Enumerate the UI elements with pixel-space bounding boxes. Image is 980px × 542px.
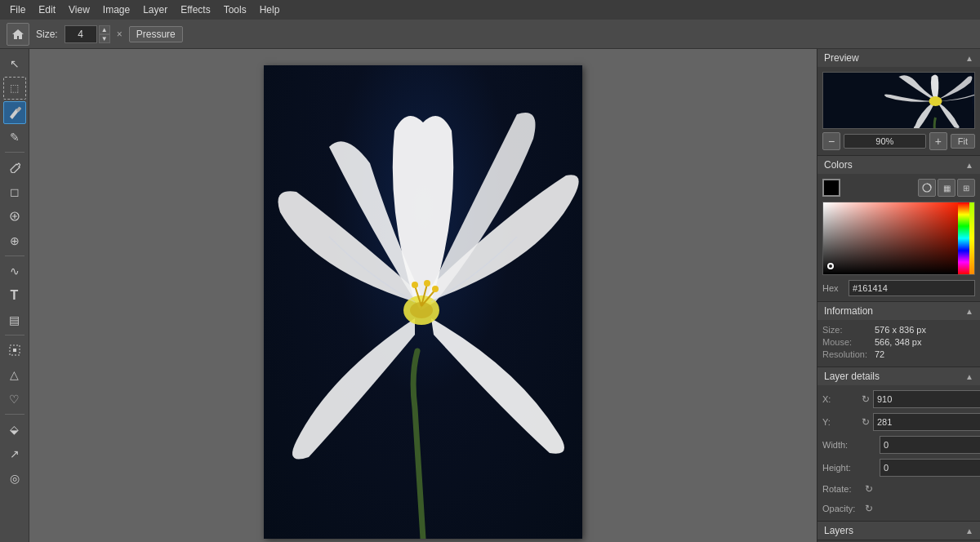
size-up-arrow[interactable]: ▲ — [99, 25, 110, 34]
svg-rect-3 — [13, 349, 16, 352]
mouse-info-value: 566, 348 px — [875, 337, 922, 347]
color-hue-bar[interactable] — [958, 202, 969, 274]
preview-header[interactable]: Preview ▲ — [817, 49, 980, 67]
y-row: Y: ↻ — [822, 413, 975, 431]
eraser-tool[interactable]: ◻ — [3, 180, 26, 203]
measure-tool[interactable]: ↗ — [3, 442, 26, 465]
hex-row: Hex — [822, 280, 975, 296]
information-title: Information — [824, 305, 873, 317]
rotate-label: Rotate: — [822, 484, 858, 494]
color-mode-circle[interactable] — [918, 179, 936, 197]
size-info-label: Size: — [822, 325, 871, 335]
hex-label: Hex — [822, 283, 845, 293]
menu-effects[interactable]: Effects — [174, 2, 216, 17]
color-gradient[interactable] — [823, 202, 958, 274]
height-input[interactable] — [880, 459, 980, 477]
zoom-controls: − 90% + Fit — [822, 132, 975, 150]
transform-tool[interactable] — [3, 339, 26, 362]
size-input[interactable] — [65, 25, 97, 43]
rotate-row: Rotate: ↻ — [822, 482, 975, 496]
menu-layer[interactable]: Layer — [136, 2, 174, 17]
width-input[interactable] — [880, 436, 980, 454]
pressure-label: Pressure — [136, 29, 176, 40]
text-tool[interactable]: T — [3, 284, 26, 307]
information-collapse-icon: ▲ — [965, 307, 973, 316]
pressure-close[interactable]: × — [117, 29, 122, 40]
fit-button[interactable]: Fit — [951, 134, 975, 149]
color-circle-icon — [921, 182, 933, 193]
tool-divider-4 — [5, 414, 24, 415]
x-input[interactable] — [873, 390, 980, 408]
information-header[interactable]: Information ▲ — [817, 302, 980, 320]
layer-details-content: X: ↻ Y: ↻ Width: Height: — [817, 385, 980, 521]
menu-view[interactable]: View — [62, 2, 96, 17]
preview-content: − 90% + Fit — [817, 67, 980, 155]
heal-tool[interactable] — [3, 205, 26, 228]
preview-svg — [823, 73, 974, 129]
size-info-value: 576 x 836 px — [875, 325, 926, 335]
canvas-image[interactable] — [264, 65, 582, 539]
color-dark-overlay — [823, 202, 958, 274]
menu-edit[interactable]: Edit — [32, 2, 62, 17]
y-label: Y: — [822, 417, 858, 427]
opacity-refresh-button[interactable]: ↻ — [862, 501, 876, 516]
eyedropper-tool[interactable] — [3, 156, 26, 179]
svg-point-13 — [929, 96, 942, 106]
hex-input[interactable] — [849, 280, 975, 296]
color-picker-dot — [827, 263, 834, 269]
layers-header-bar[interactable]: Layers ▲ — [817, 522, 980, 540]
select-tool[interactable]: ↖ — [3, 52, 26, 75]
warp-tool[interactable]: ⬙ — [3, 418, 26, 441]
canvas-area[interactable] — [29, 49, 817, 542]
menu-image[interactable]: Image — [96, 2, 136, 17]
pencil-tool[interactable]: ✎ — [3, 126, 26, 149]
color-picker[interactable] — [822, 202, 975, 275]
path-tool[interactable]: ♡ — [3, 388, 26, 411]
x-row: X: ↻ — [822, 390, 975, 408]
shape-tool[interactable]: △ — [3, 363, 26, 386]
pressure-button[interactable]: Pressure — [129, 26, 183, 42]
color-mode-square[interactable]: ▦ — [938, 179, 956, 197]
width-label: Width: — [822, 440, 858, 450]
rotate-refresh-button[interactable]: ↻ — [862, 482, 876, 496]
resolution-info-value: 72 — [875, 349, 884, 359]
svg-point-10 — [424, 280, 430, 287]
color-swatches: ▦ ⊞ — [822, 179, 975, 197]
zoom-minus-button[interactable]: − — [822, 132, 840, 150]
size-control: ▲ ▼ — [65, 25, 110, 43]
smudge-tool[interactable]: ∿ — [3, 260, 26, 282]
tool-divider-1 — [5, 152, 24, 153]
transform-icon — [9, 344, 20, 356]
color-mode-icons: ▦ ⊞ — [918, 179, 975, 197]
foreground-color[interactable] — [822, 179, 840, 197]
svg-point-11 — [432, 286, 439, 292]
preview-image — [822, 72, 975, 129]
colors-header[interactable]: Colors ▲ — [817, 156, 980, 174]
mouse-info-label: Mouse: — [822, 337, 871, 347]
color-mode-grid[interactable]: ⊞ — [957, 179, 975, 197]
x-label: X: — [822, 394, 858, 404]
zoom-plus-button[interactable]: + — [929, 132, 947, 150]
clone-tool[interactable]: ⊕ — [3, 229, 26, 252]
size-down-arrow[interactable]: ▼ — [99, 34, 110, 43]
opacity-row: Opacity: ↻ — [822, 501, 975, 516]
marquee-tool[interactable]: ⬚ — [3, 77, 26, 100]
svg-point-9 — [412, 282, 418, 288]
menu-tools[interactable]: Tools — [217, 2, 253, 17]
paint-icon — [8, 106, 21, 119]
y-input[interactable] — [873, 413, 980, 431]
paint-tool[interactable] — [3, 101, 26, 124]
height-label: Height: — [822, 463, 858, 473]
zoom-tool[interactable]: ◎ — [3, 467, 26, 490]
lily-svg — [264, 65, 582, 539]
tool-divider-2 — [5, 255, 24, 256]
y-refresh-button[interactable]: ↻ — [862, 415, 870, 429]
menu-bar: File Edit View Image Layer Effects Tools… — [0, 0, 980, 20]
home-button[interactable] — [7, 23, 29, 46]
x-refresh-button[interactable]: ↻ — [862, 392, 870, 406]
menu-file[interactable]: File — [3, 2, 32, 17]
gradient-tool[interactable]: ▤ — [3, 309, 26, 331]
layer-details-header[interactable]: Layer details ▲ — [817, 367, 980, 385]
canvas-wrapper — [264, 65, 582, 539]
menu-help[interactable]: Help — [253, 2, 287, 17]
